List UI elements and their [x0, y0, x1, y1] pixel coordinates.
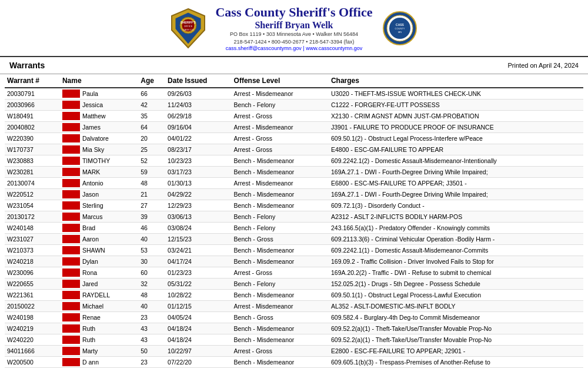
name-redacted-bar: [62, 302, 80, 310]
cell-warrant: 20030791: [5, 88, 60, 100]
warrants-bar: Warrants Printed on April 24, 2024: [0, 57, 588, 74]
cell-date: 03/06/13: [165, 211, 232, 223]
cell-age: 42: [138, 100, 165, 111]
cell-date: 09/16/04: [165, 122, 232, 133]
cell-age: 21: [138, 189, 165, 200]
cell-offense: Bench - Misdemeanor: [232, 167, 329, 178]
cell-charges: 609.72.1(3) - Disorderly Conduct -: [329, 200, 583, 211]
cell-name: Michael: [60, 301, 138, 312]
address-line2: 218-547-1424 • 800-450-2677 • 218-547-33…: [215, 38, 372, 46]
name-text: Antonio: [82, 180, 103, 187]
cell-age: 23: [138, 312, 165, 323]
warrants-label: Warrants: [9, 61, 45, 70]
office-title: Cass County Sheriff's Office: [215, 5, 372, 20]
cell-charges: 609.2242.1(1) - Domestic Assault-Misdeme…: [329, 245, 583, 256]
name-redacted-bar: [62, 190, 80, 198]
cell-warrant: W221361: [5, 290, 60, 301]
cell-charges: 169A.27.1 - DWI - Fourth-Degree Driving …: [329, 167, 583, 178]
name-text: Marty: [82, 347, 98, 354]
cell-offense: Bench - Felony: [232, 279, 329, 290]
name-text: Jason: [82, 191, 99, 198]
name-redacted-bar: [62, 213, 80, 221]
name-redacted-bar: [62, 257, 80, 266]
cell-name: Brad: [60, 223, 138, 234]
cell-offense: Bench - Gross: [232, 234, 329, 245]
table-row: W231054Sterling2712/29/23Bench - Misdeme…: [5, 200, 583, 211]
name-text: TIMOTHY: [82, 157, 110, 164]
col-charges: Charges: [329, 74, 583, 88]
cell-date: 11/24/03: [165, 100, 232, 111]
warrants-table-container: Warrant # Name Age Date Issued Offense L…: [0, 74, 588, 368]
cell-age: 52: [138, 155, 165, 167]
cell-offense: Bench - Felony: [232, 100, 329, 111]
cell-charges: 169A.27.1 - DWI - Fourth-Degree Driving …: [329, 189, 583, 200]
svg-text:COUNTY: COUNTY: [395, 27, 405, 30]
cell-warrant: W240219: [5, 323, 60, 334]
cell-age: 48: [138, 290, 165, 301]
cell-name: Ruth: [60, 334, 138, 346]
table-row: W210373SHAWN5303/24/21Bench - Misdemeano…: [5, 245, 583, 256]
cell-age: 30: [138, 256, 165, 267]
name-text: Aaron: [82, 236, 99, 243]
cell-name: Sterling: [60, 200, 138, 211]
table-row: W231027Aaron4012/15/23Bench - Gross609.2…: [5, 234, 583, 245]
cell-charges: X2130 - CRIM AGNST ADMN JUST-GM-PROBATIO…: [329, 111, 583, 122]
table-row: W230883TIMOTHY5210/23/23Bench - Misdemea…: [5, 155, 583, 167]
cell-date: 10/22/97: [165, 346, 232, 357]
cell-offense: Bench - Felony: [232, 211, 329, 223]
table-row: 20150022Michael4001/12/15Arrest - Misdem…: [5, 301, 583, 312]
cell-charges: 609.50.1(2) - Obstruct Legal Process-Int…: [329, 133, 583, 144]
name-redacted-bar: [62, 123, 80, 131]
table-row: W240220Ruth4304/18/24Bench - Misdemeanor…: [5, 334, 583, 346]
cell-name: Rona: [60, 267, 138, 279]
cell-charges: 609.605.1(b)(3) - Trespass-Premises of A…: [329, 357, 583, 368]
cell-offense: Bench - Misdemeanor: [232, 200, 329, 211]
name-redacted-bar: [62, 347, 80, 355]
name-redacted-bar: [62, 324, 80, 333]
cell-charges: 609.2242.1(2) - Domestic Assault-Misdeme…: [329, 155, 583, 167]
col-name: Name: [60, 74, 138, 88]
svg-text:CASS CO: CASS CO: [183, 28, 193, 31]
cell-age: 66: [138, 88, 165, 100]
name-redacted-bar: [62, 168, 80, 176]
cell-offense: Bench - Misdemeanor: [232, 334, 329, 346]
cell-date: 01/30/13: [165, 178, 232, 189]
table-row: W230096Rona6001/23/23Arrest - Gross169A.…: [5, 267, 583, 279]
cell-date: 10/28/22: [165, 290, 232, 301]
table-row: W220655Jared3205/31/22Bench - Felony152.…: [5, 279, 583, 290]
table-row: W221361RAYDELL4810/28/22Bench - Misdemea…: [5, 290, 583, 301]
cell-charges: A2312 - ASLT 2-INFLICTS BODILY HARM-POS: [329, 211, 583, 223]
cell-charges: AL352 - ASLT-DOMESTIC-MS-INFLT BODLY: [329, 301, 583, 312]
cell-warrant: W170737: [5, 144, 60, 155]
cell-name: Antonio: [60, 178, 138, 189]
table-row: W170737Mia Sky2508/23/17Arrest - GrossE4…: [5, 144, 583, 155]
name-redacted-bar: [62, 157, 80, 165]
name-redacted-bar: [62, 89, 80, 98]
svg-text:SHERIFF'S: SHERIFF'S: [181, 21, 197, 24]
cell-charges: 609.2113.3(6) - Criminal Vehicular Opera…: [329, 234, 583, 245]
cell-age: 20: [138, 133, 165, 144]
cell-date: 09/26/03: [165, 88, 232, 100]
cell-charges: 169.09.2 - Traffic Collision - Driver In…: [329, 256, 583, 267]
cell-age: 25: [138, 144, 165, 155]
cell-charges: J3901 - FAILURE TO PRODUCE PROOF OF INSU…: [329, 122, 583, 133]
cell-offense: Arrest - Misdemeanor: [232, 122, 329, 133]
cell-charges: 609.52.2(a)(1) - Theft-Take/Use/Transfer…: [329, 334, 583, 346]
cell-date: 07/22/20: [165, 357, 232, 368]
cell-age: 53: [138, 245, 165, 256]
cell-date: 10/23/23: [165, 155, 232, 167]
name-redacted-bar: [62, 112, 80, 120]
cell-name: Jessica: [60, 100, 138, 111]
table-row: W240218Dylan3004/17/24Bench - Misdemeano…: [5, 256, 583, 267]
table-row: W240198Renae2304/05/24Bench - Gross609.5…: [5, 312, 583, 323]
cell-warrant: W220512: [5, 189, 60, 200]
cell-warrant: W230883: [5, 155, 60, 167]
table-row: W240219Ruth4304/18/24Bench - Misdemeanor…: [5, 323, 583, 334]
cell-offense: Arrest - Misdemeanor: [232, 178, 329, 189]
cell-name: Marcus: [60, 211, 138, 223]
cell-charges: 609.50.1(1) - Obstruct Legal Process-Law…: [329, 290, 583, 301]
cell-date: 04/17/24: [165, 256, 232, 267]
cell-charges: 152.025.2(1) - Drugs - 5th Degree - Poss…: [329, 279, 583, 290]
table-row: 94011666Marty5010/22/97Arrest - GrossE28…: [5, 346, 583, 357]
address-line1: PO Box 1119 • 303 Minnesota Ave • Walker…: [215, 31, 372, 38]
